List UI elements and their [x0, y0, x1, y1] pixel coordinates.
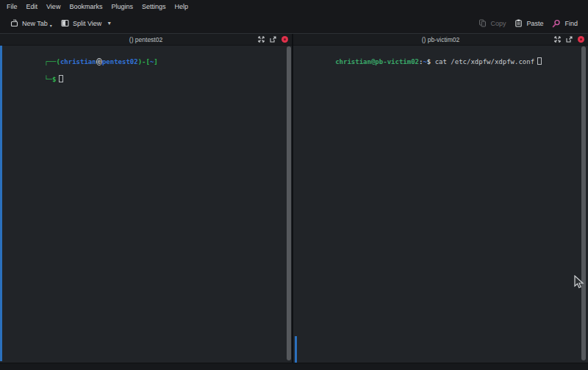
- prompt-frame-close: ]: [154, 58, 157, 65]
- pane-title: () pentest02: [0, 36, 292, 43]
- pane-header-pb-victim02[interactable]: () pb-victim02: [293, 34, 588, 46]
- find-label: Find: [564, 20, 578, 27]
- scroll-highlight-strip: [295, 336, 297, 363]
- terminal-pane-pb-victim02: () pb-victim02 christian@pb-victim02:~$ …: [293, 34, 588, 363]
- terminal-output: ┌──(christian@pentest02)-[~] └─$: [4, 49, 158, 93]
- new-tab-label: New Tab: [22, 20, 48, 27]
- pane-header-pentest02[interactable]: () pentest02: [0, 34, 292, 46]
- terminal-pentest02[interactable]: ┌──(christian@pentest02)-[~] └─$: [0, 46, 292, 363]
- terminal-cursor: [59, 75, 63, 82]
- split-view-chevron-icon: ▼: [107, 21, 112, 26]
- terminal-output: christian@pb-victim02:~$ cat /etc/xdpfw/…: [295, 49, 542, 75]
- scrollbar-handle[interactable]: [287, 46, 291, 360]
- paste-icon: [514, 19, 523, 27]
- menu-file[interactable]: File: [2, 1, 22, 12]
- menu-bookmarks[interactable]: Bookmarks: [65, 1, 107, 12]
- menu-settings[interactable]: Settings: [137, 1, 171, 12]
- detach-tab-icon[interactable]: [270, 36, 276, 43]
- split-container: () pentest02 ┌──(christian@pentest02)-[~…: [0, 33, 588, 363]
- prompt-host: pentest02: [102, 58, 138, 65]
- terminal-pane-pentest02: () pentest02 ┌──(christian@pentest02)-[~…: [0, 34, 292, 363]
- paste-button[interactable]: Paste: [510, 17, 548, 29]
- split-view-icon: [61, 19, 69, 27]
- toolbar: New Tab ▾ Split View ▼ Copy Paste: [0, 13, 588, 33]
- window-bottom-edge: [0, 363, 588, 370]
- copy-label: Copy: [490, 20, 506, 27]
- new-tab-icon: [10, 19, 18, 27]
- scrollbar-handle[interactable]: [581, 46, 586, 360]
- copy-button: Copy: [474, 17, 510, 29]
- detach-tab-icon[interactable]: [566, 36, 573, 43]
- split-view-button[interactable]: Split View ▼: [57, 17, 116, 29]
- close-pane-button[interactable]: [578, 36, 584, 43]
- menu-view[interactable]: View: [42, 1, 65, 12]
- terminal-pb-victim02[interactable]: christian@pb-victim02:~$ cat /etc/xdpfw/…: [293, 46, 588, 363]
- close-pane-button[interactable]: [282, 36, 288, 43]
- typed-command: cat /etc/xdpfw/xdpfw.conf: [431, 58, 534, 65]
- terminal-cursor: [537, 57, 542, 65]
- konsole-window: File Edit View Bookmarks Plugins Setting…: [0, 0, 588, 370]
- maximize-terminal-icon[interactable]: [554, 36, 561, 43]
- prompt-frame-mid: )-[: [138, 58, 150, 65]
- prompt-line2: └─$: [44, 76, 56, 83]
- menu-help[interactable]: Help: [170, 1, 193, 12]
- prompt-frame-open: ┌──(: [44, 58, 60, 65]
- menu-plugins[interactable]: Plugins: [107, 1, 137, 12]
- pane-title: () pb-victim02: [293, 36, 588, 43]
- find-button[interactable]: Find: [548, 17, 582, 30]
- kali-at-symbol: @: [96, 58, 102, 65]
- copy-icon: [478, 19, 487, 27]
- prompt-userhost: christian@pb-victim02: [335, 58, 419, 65]
- find-icon: [552, 19, 561, 28]
- new-tab-dropdown-caret-icon: ▾: [50, 23, 52, 28]
- split-view-label: Split View: [73, 20, 101, 27]
- new-tab-button[interactable]: New Tab ▾: [6, 16, 57, 30]
- menu-bar: File Edit View Bookmarks Plugins Setting…: [0, 0, 588, 13]
- mouse-pointer: [574, 275, 584, 293]
- menu-edit[interactable]: Edit: [22, 1, 43, 12]
- maximize-terminal-icon[interactable]: [258, 36, 265, 43]
- paste-label: Paste: [526, 20, 543, 27]
- scroll-highlight-strip: [0, 46, 2, 361]
- prompt-user: christian: [60, 58, 96, 65]
